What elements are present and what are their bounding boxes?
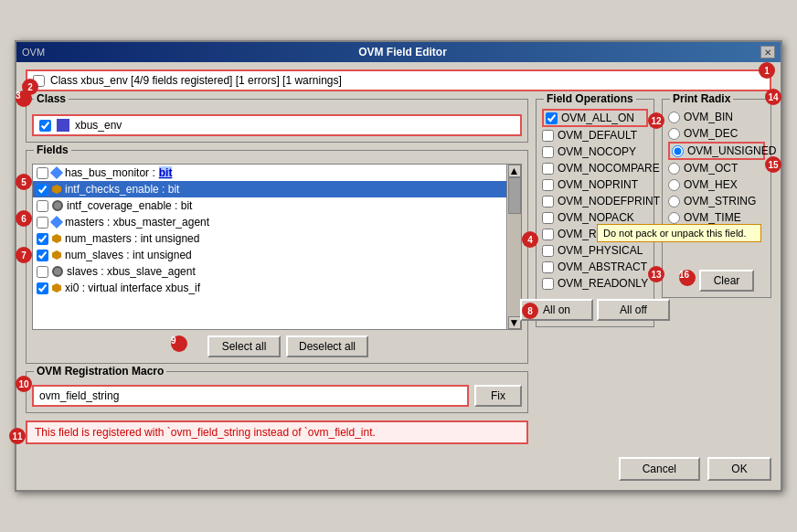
radix-radio-hex[interactable] — [668, 179, 680, 191]
scroll-track — [508, 177, 521, 316]
field-item[interactable]: masters : xbus_master_agent — [33, 214, 506, 230]
field-checkbox-6[interactable] — [37, 250, 48, 261]
field-op-label-ovm-all-on: OVM_ALL_ON — [561, 112, 634, 124]
scroll-down-btn[interactable]: ▼ — [508, 316, 521, 329]
field-item[interactable]: intf_coverage_enable : bit — [33, 197, 506, 214]
radix-dec[interactable]: OVM_DEC — [668, 125, 765, 142]
field-op-checkbox-ovm-nodefprint[interactable] — [542, 196, 554, 207]
select-all-button[interactable]: Select all — [207, 335, 281, 357]
field-item[interactable]: num_masters : int unsigned — [33, 230, 506, 247]
field-op-label-ovm-nopack: OVM_NOPACK — [558, 211, 634, 224]
ok-button[interactable]: OK — [707, 457, 771, 481]
clear-button[interactable]: Clear — [699, 270, 754, 292]
app-label: OVM — [22, 47, 45, 58]
radix-radio-string[interactable] — [668, 196, 680, 207]
close-button[interactable]: ✕ — [760, 46, 775, 59]
field-op-abstract[interactable]: OVM_ABSTRACT — [542, 259, 648, 275]
print-radix: Print Radix 14 15 OVM_BIN OVM_DEC — [662, 99, 771, 444]
num-label-15: 15 — [765, 156, 781, 173]
num-label-4: 4 — [522, 231, 538, 248]
radix-string[interactable]: OVM_STRING — [668, 193, 765, 209]
field-op-physical[interactable]: OVM_PHYSICAL — [542, 242, 648, 259]
deselect-all-button[interactable]: Deselect all — [286, 335, 368, 357]
field-icon-arrow-8 — [52, 283, 61, 293]
radix-radio-dec[interactable] — [668, 128, 680, 140]
class-checkbox[interactable] — [39, 120, 51, 132]
field-op-checkbox-ovm-readonly[interactable] — [542, 278, 554, 290]
scrollbar[interactable]: ▲ ▼ — [506, 165, 521, 329]
radix-radio-bin[interactable] — [668, 112, 680, 123]
field-name-6: num_slaves : int unsigned — [65, 249, 192, 261]
scroll-thumb[interactable] — [508, 177, 521, 214]
field-op-checkbox-ovm-reference[interactable] — [542, 229, 554, 240]
field-op-nocopy[interactable]: OVM_NOCOPY — [542, 144, 648, 160]
field-op-checkbox-ovm-nopack[interactable] — [542, 212, 554, 224]
num-label-14: 14 — [765, 89, 781, 105]
field-icon-gear-3 — [52, 200, 63, 211]
radix-radio-unsigned[interactable] — [672, 145, 684, 157]
field-checkbox-4[interactable] — [37, 217, 48, 229]
field-op-noprint[interactable]: OVM_NOPRINT — [542, 176, 648, 193]
num-label-13: 13 — [648, 266, 664, 282]
error-message: This field is registered with `ovm_field… — [26, 420, 528, 444]
field-op-label-ovm-nocopy: OVM_NOCOPY — [558, 145, 636, 158]
fix-button[interactable]: Fix — [474, 385, 522, 407]
clear-btn-area: 16 Clear — [668, 270, 765, 292]
tooltip: Do not pack or unpack this field. — [597, 224, 761, 242]
field-icon-diamond-1 — [50, 166, 63, 179]
field-op-checkbox-ovm-abstract[interactable] — [542, 261, 554, 273]
radix-unsigned[interactable]: OVM_UNSIGNED — [668, 142, 765, 160]
field-item[interactable]: num_slaves : int unsigned — [33, 247, 506, 263]
field-checkbox-5[interactable] — [37, 233, 48, 245]
radix-hex[interactable]: OVM_HEX — [668, 176, 765, 193]
tooltip-text: Do not pack or unpack this field. — [603, 228, 747, 239]
field-op-checkbox-ovm-nocopy[interactable] — [542, 146, 554, 158]
field-checkbox-3[interactable] — [37, 200, 48, 212]
field-icon-arrow-2 — [52, 185, 61, 194]
field-name-8: xi0 : virtual interface xbus_if — [65, 282, 200, 294]
field-checkbox-1[interactable] — [37, 167, 48, 179]
fields-list[interactable]: has_bus_monitor : bit intf_checks_enable… — [33, 165, 506, 329]
radix-label-dec: OVM_DEC — [684, 127, 738, 140]
field-item[interactable]: xi0 : virtual interface xbus_if — [33, 280, 506, 296]
field-item[interactable]: has_bus_monitor : bit — [33, 165, 506, 181]
field-item[interactable]: intf_checks_enable : bit — [33, 181, 506, 197]
main-window: OVM OVM Field Editor ✕ 1 2 Class xbus_en… — [15, 40, 782, 492]
cancel-button[interactable]: Cancel — [619, 457, 700, 481]
field-checkbox-8[interactable] — [37, 282, 48, 294]
scroll-up-btn[interactable]: ▲ — [508, 165, 521, 177]
status-bar: Class xbus_env [4/9 fields registered] [… — [26, 69, 771, 91]
macro-input[interactable] — [32, 385, 469, 407]
field-op-default[interactable]: OVM_DEFAULT — [542, 127, 648, 144]
field-op-checkbox-ovm-nocompare[interactable] — [542, 163, 554, 175]
field-op-checkbox-ovm-all-on[interactable] — [546, 112, 558, 124]
field-op-checkbox-ovm-physical[interactable] — [542, 245, 554, 257]
radix-bin[interactable]: OVM_BIN — [668, 109, 765, 125]
all-off-button[interactable]: All off — [597, 299, 670, 321]
field-type-1: bit — [159, 166, 173, 179]
field-item[interactable]: slaves : xbus_slave_agent — [33, 263, 506, 280]
field-op-checkbox-ovm-noprint[interactable] — [542, 179, 554, 191]
class-value: xbus_env — [75, 119, 122, 132]
radix-radio-time[interactable] — [668, 212, 680, 224]
field-op-checkbox-ovm-default[interactable] — [542, 130, 554, 142]
field-op-readonly[interactable]: OVM_READONLY — [542, 275, 648, 292]
radix-label-hex: OVM_HEX — [684, 178, 738, 191]
radix-oct[interactable]: OVM_OCT — [668, 160, 765, 176]
field-op-nodefprint[interactable]: OVM_NODEFPRINT — [542, 193, 648, 209]
field-ops-label: Field Operations — [544, 92, 636, 105]
radix-label-string: OVM_STRING — [684, 195, 756, 207]
field-op-all-on[interactable]: OVM_ALL_ON — [542, 109, 648, 127]
field-checkbox-2[interactable] — [37, 184, 48, 196]
field-op-nocompare[interactable]: OVM_NOCOMPARE — [542, 160, 648, 176]
field-name-4: masters : xbus_master_agent — [65, 216, 209, 229]
fields-wrapper: has_bus_monitor : bit intf_checks_enable… — [32, 164, 522, 330]
radix-label-bin: OVM_BIN — [684, 111, 733, 123]
radix-radio-oct[interactable] — [668, 163, 680, 175]
ops-buttons-row: All on All off — [542, 299, 648, 321]
field-checkbox-7[interactable] — [37, 266, 48, 278]
num-label-9: 9 — [171, 335, 187, 352]
print-radix-group: Print Radix 14 15 OVM_BIN OVM_DEC — [662, 99, 771, 298]
field-op-nopack[interactable]: OVM_NOPACK Do not pack or unpack this fi… — [542, 209, 648, 226]
field-op-label-ovm-default: OVM_DEFAULT — [558, 129, 637, 142]
